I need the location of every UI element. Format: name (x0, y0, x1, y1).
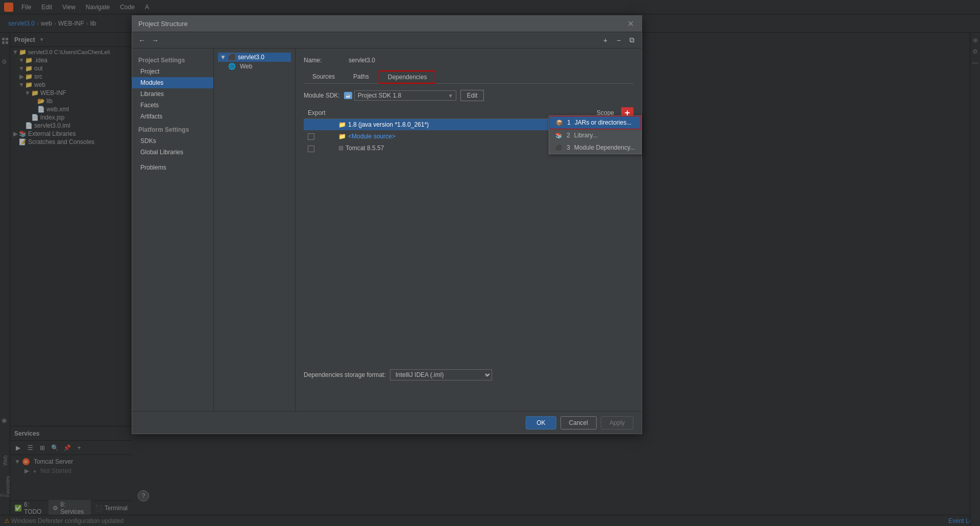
dep-module-folder-icon: 📁 (338, 133, 346, 140)
dep-name-3: ⊞ Tomcat 8.5.57 (338, 145, 578, 152)
nav-global-libraries[interactable]: Global Libraries (132, 147, 213, 158)
cancel-button[interactable]: Cancel (560, 416, 597, 429)
nav-project[interactable]: Project (132, 66, 213, 77)
forward-button[interactable]: → (150, 35, 161, 46)
dep-checkbox-2[interactable] (308, 133, 314, 140)
apply-button[interactable]: Apply (601, 416, 633, 429)
nav-sdks[interactable]: SDKs (132, 135, 213, 147)
tab-paths[interactable]: Paths (345, 70, 378, 84)
deps-header-export: Export (308, 109, 333, 116)
nav-modules[interactable]: Modules (132, 77, 213, 88)
project-structure-dialog: Project Structure ✕ ← → + − ⧉ Project Se… (132, 15, 642, 434)
module-tree-panel: ▼ ⬛ servlet3.0 🌐 Web (214, 49, 296, 411)
platform-settings-label: Platform Settings (138, 126, 189, 133)
dep-name-2: 📁 <Module source> (338, 133, 578, 140)
project-settings-title: Project Settings (132, 55, 213, 66)
help-button[interactable]: ? (138, 490, 149, 501)
ok-button[interactable]: OK (526, 416, 556, 429)
dropdown-library-item[interactable]: 📚 2 Library... (549, 129, 641, 141)
dialog-footer: OK Cancel Apply (132, 411, 642, 434)
dropdown-module-dep-num: 3 (567, 144, 570, 151)
sdk-icon: ☕ (344, 92, 352, 99)
library-icon: 📚 (555, 132, 562, 139)
jars-icon: 📦 (556, 119, 563, 126)
nav-facets[interactable]: Facets (132, 100, 213, 111)
dialog-title: Project Structure (138, 20, 188, 28)
dropdown-library-num: 2 (567, 132, 570, 139)
back-button[interactable]: ← (136, 35, 148, 46)
project-settings-label: Project Settings (138, 57, 185, 64)
copy-button[interactable]: ⧉ (626, 35, 638, 46)
dialog-close-button[interactable]: ✕ (625, 19, 635, 29)
dep-label-3: Tomcat 8.5.57 (346, 145, 384, 152)
dep-sdk-folder-icon: 📁 (338, 121, 346, 128)
module-icon-servlet30: ⬛ (228, 54, 236, 61)
storage-select-wrapper: IntelliJ IDEA (.iml) (390, 369, 492, 380)
sdk-label: Module SDK: (304, 92, 340, 99)
dep-check-3 (308, 145, 338, 152)
remove-button[interactable]: − (613, 35, 624, 46)
tab-sources[interactable]: Sources (304, 70, 344, 84)
dep-tomcat-icon: ⊞ (338, 145, 344, 152)
module-label-web: Web (240, 63, 252, 70)
dep-label-1: 1.8 (java version *1.8.0_261*) (348, 121, 429, 128)
dropdown-module-dep-item[interactable]: ⬛ 3 Module Dependency... (549, 141, 641, 154)
dropdown-jars-item[interactable]: 📦 1 JARs or directories... (549, 116, 641, 129)
module-arrow: ▼ (220, 54, 226, 61)
add-button[interactable]: + (600, 35, 611, 46)
storage-row: Dependencies storage format: IntelliJ ID… (304, 369, 633, 380)
dialog-main-content: Name: servlet3.0 Sources Paths Dependenc… (296, 49, 642, 411)
nav-libraries[interactable]: Libraries (132, 88, 213, 100)
dep-check-2 (308, 133, 338, 140)
module-item-servlet30[interactable]: ▼ ⬛ servlet3.0 (218, 53, 291, 62)
storage-select[interactable]: IntelliJ IDEA (.iml) (390, 369, 492, 380)
platform-settings-title: Platform Settings (132, 124, 213, 135)
tabs-bar: Sources Paths Dependencies (304, 70, 633, 84)
dep-label-2: <Module source> (348, 133, 396, 140)
nav-artifacts[interactable]: Artifacts (132, 111, 213, 122)
nav-problems[interactable]: Problems (132, 162, 213, 173)
name-value: servlet3.0 (349, 57, 375, 64)
dep-checkbox-3[interactable] (308, 146, 314, 152)
sdk-select-wrapper: ☕ Project SDK 1.8 (344, 90, 456, 101)
name-label: Name: (304, 57, 345, 64)
module-dep-icon: ⬛ (555, 145, 562, 151)
name-row: Name: servlet3.0 (304, 57, 633, 64)
dialog-title-bar: Project Structure ✕ (132, 16, 642, 32)
dialog-body: Project Settings Project Modules Librari… (132, 49, 642, 411)
dialog-toolbar: ← → + − ⧉ (132, 32, 642, 49)
sdk-select[interactable]: Project SDK 1.8 (354, 90, 456, 101)
dropdown-menu: 📦 1 JARs or directories... 📚 2 Library..… (549, 115, 642, 154)
sdk-row: Module SDK: ☕ Project SDK 1.8 Edit (304, 90, 633, 101)
dep-name-1: 📁 1.8 (java version *1.8.0_261*) (338, 121, 578, 128)
storage-label: Dependencies storage format: (304, 371, 386, 378)
dropdown-jars-label: JARs or directories... (575, 119, 631, 126)
dropdown-jars-num: 1 (567, 119, 571, 126)
module-label-servlet30: servlet3.0 (238, 54, 264, 61)
dialog-nav: Project Settings Project Modules Librari… (132, 49, 214, 411)
edit-sdk-button[interactable]: Edit (460, 90, 484, 101)
tab-dependencies[interactable]: Dependencies (379, 70, 436, 84)
dropdown-library-label: Library... (574, 132, 598, 139)
dropdown-module-dep-label: Module Dependency... (574, 144, 635, 151)
module-icon-web: 🌐 (228, 63, 236, 70)
module-item-web[interactable]: 🌐 Web (218, 62, 291, 71)
